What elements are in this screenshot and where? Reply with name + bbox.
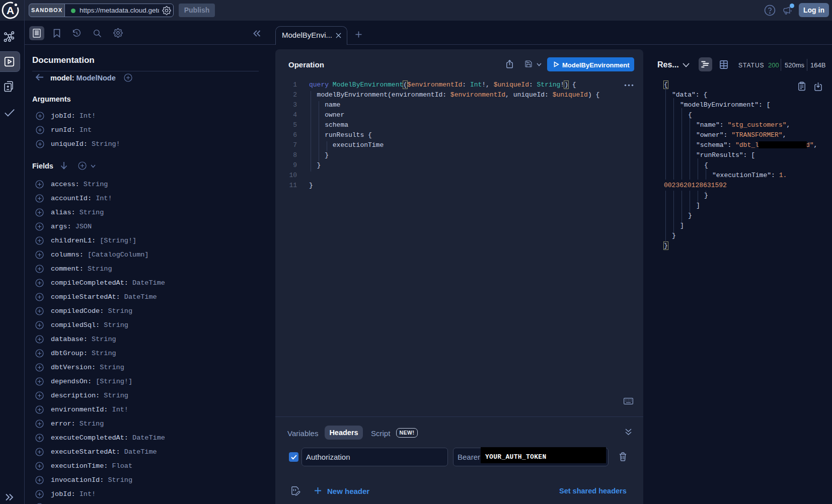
svg-text:A: A — [7, 5, 14, 16]
